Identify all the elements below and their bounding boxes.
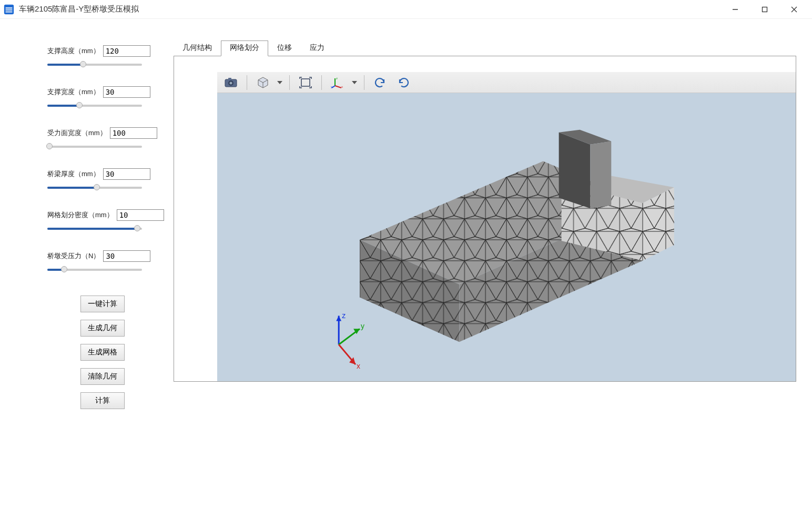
axis-x-label: x: [357, 362, 360, 370]
param-1: 支撑宽度（mm）: [47, 86, 158, 110]
svg-rect-1: [763, 7, 767, 12]
axis-y-label: y: [361, 322, 364, 330]
param-label: 桥墩受压力（N）: [47, 251, 100, 261]
param-5: 桥墩受压力（N）: [47, 250, 158, 274]
viewer-toolbar: zxy: [217, 72, 796, 93]
parameter-panel: 支撑高度（mm）支撑宽度（mm）受力面宽度（mm）桥梁厚度（mm）网格划分密度（…: [16, 40, 174, 513]
param-input[interactable]: [110, 127, 157, 139]
rotate-right-icon[interactable]: [393, 74, 414, 91]
viewport-container: zxy: [174, 56, 796, 382]
param-slider[interactable]: [47, 142, 142, 151]
one-key-compute-button[interactable]: 一键计算: [80, 296, 125, 312]
cube-dropdown-icon[interactable]: [276, 74, 284, 91]
axes-icon[interactable]: zxy: [327, 74, 348, 91]
axis-z-label: z: [342, 311, 346, 320]
param-slider[interactable]: [47, 60, 142, 69]
param-slider[interactable]: [47, 265, 142, 274]
close-button[interactable]: [779, 0, 809, 19]
svg-text:x: x: [341, 85, 343, 88]
param-input[interactable]: [117, 209, 164, 221]
param-0: 支撑高度（mm）: [47, 45, 158, 69]
svg-text:z: z: [336, 77, 338, 80]
param-input[interactable]: [103, 250, 150, 262]
fit-screen-icon[interactable]: [295, 74, 316, 91]
param-label: 支撑高度（mm）: [47, 46, 100, 56]
param-input[interactable]: [103, 45, 150, 57]
rotate-left-icon[interactable]: [370, 74, 391, 91]
window-title: 车辆2105陈富昌-Y型桥墩受压模拟: [19, 4, 720, 14]
param-3: 桥梁厚度（mm）: [47, 168, 158, 192]
tab-geom[interactable]: 几何结构: [174, 40, 221, 56]
tab-disp[interactable]: 位移: [268, 40, 301, 56]
app-icon: [3, 4, 15, 15]
tab-stress[interactable]: 应力: [301, 40, 333, 56]
view-tabs: 几何结构网络划分位移应力: [174, 40, 796, 56]
clear-geometry-button[interactable]: 清除几何: [80, 368, 125, 385]
svg-rect-6: [301, 79, 310, 86]
param-label: 支撑宽度（mm）: [47, 87, 100, 97]
param-slider[interactable]: [47, 224, 142, 233]
param-input[interactable]: [103, 86, 150, 98]
titlebar: 车辆2105陈富昌-Y型桥墩受压模拟: [0, 0, 812, 19]
generate-geometry-button[interactable]: 生成几何: [80, 320, 125, 337]
param-label: 网格划分密度（mm）: [47, 210, 114, 220]
param-label: 桥梁厚度（mm）: [47, 169, 100, 179]
cube-icon[interactable]: [252, 74, 273, 91]
compute-button[interactable]: 计算: [80, 392, 125, 409]
tab-mesh[interactable]: 网络划分: [221, 40, 268, 56]
camera-icon[interactable]: [220, 74, 241, 91]
maximize-button[interactable]: [750, 0, 779, 19]
param-2: 受力面宽度（mm）: [47, 127, 158, 151]
svg-point-4: [230, 82, 232, 84]
param-label: 受力面宽度（mm）: [47, 128, 107, 138]
main-panel: 几何结构网络划分位移应力 zxy: [174, 40, 796, 513]
minimize-button[interactable]: [720, 0, 750, 19]
generate-mesh-button[interactable]: 生成网格: [80, 344, 125, 361]
param-input[interactable]: [103, 168, 150, 180]
param-slider[interactable]: [47, 183, 142, 192]
svg-rect-5: [228, 78, 231, 80]
param-4: 网格划分密度（mm）: [47, 209, 158, 233]
action-buttons: 一键计算 生成几何 生成网格 清除几何 计算: [47, 296, 158, 409]
viewport-3d[interactable]: z y x: [217, 93, 796, 381]
svg-marker-11: [336, 316, 341, 321]
axes-dropdown-icon[interactable]: [350, 74, 359, 91]
param-slider[interactable]: [47, 101, 142, 110]
svg-text:y: y: [331, 85, 332, 88]
